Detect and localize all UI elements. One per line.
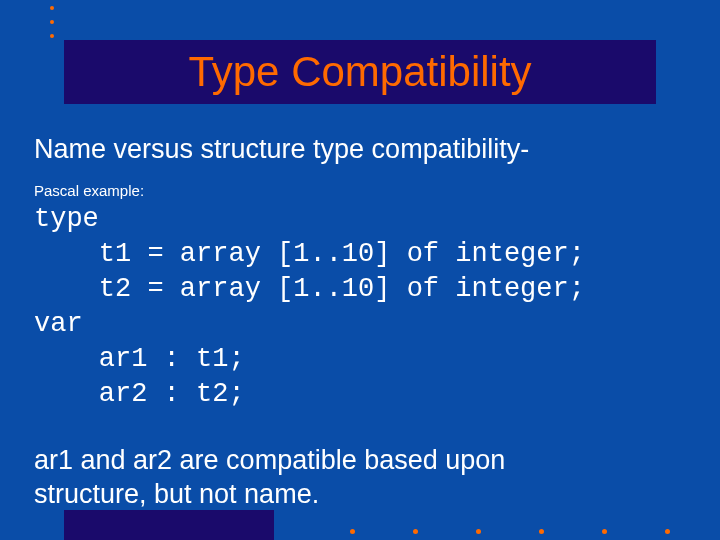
pascal-code-block: type t1 = array [1..10] of integer; t2 =… bbox=[34, 202, 585, 413]
slide-footnote: ar1 and ar2 are compatible based upon st… bbox=[34, 444, 674, 512]
dot-icon bbox=[476, 529, 481, 534]
slide-title-bar: Type Compatibility bbox=[64, 40, 656, 104]
decorative-accent-box bbox=[64, 510, 274, 540]
dot-icon bbox=[350, 529, 355, 534]
dot-icon bbox=[413, 529, 418, 534]
footnote-line-1: ar1 and ar2 are compatible based upon bbox=[34, 445, 505, 475]
dot-icon bbox=[50, 20, 54, 24]
footnote-line-2: structure, but not name. bbox=[34, 479, 319, 509]
dot-icon bbox=[665, 529, 670, 534]
dot-icon bbox=[602, 529, 607, 534]
slide-title: Type Compatibility bbox=[188, 48, 531, 96]
example-label: Pascal example: bbox=[34, 182, 144, 199]
decorative-dots-top bbox=[50, 6, 54, 38]
slide-subtitle: Name versus structure type compatibility… bbox=[34, 134, 529, 165]
dot-icon bbox=[50, 6, 54, 10]
decorative-dots-bottom bbox=[350, 529, 670, 534]
dot-icon bbox=[539, 529, 544, 534]
dot-icon bbox=[50, 34, 54, 38]
